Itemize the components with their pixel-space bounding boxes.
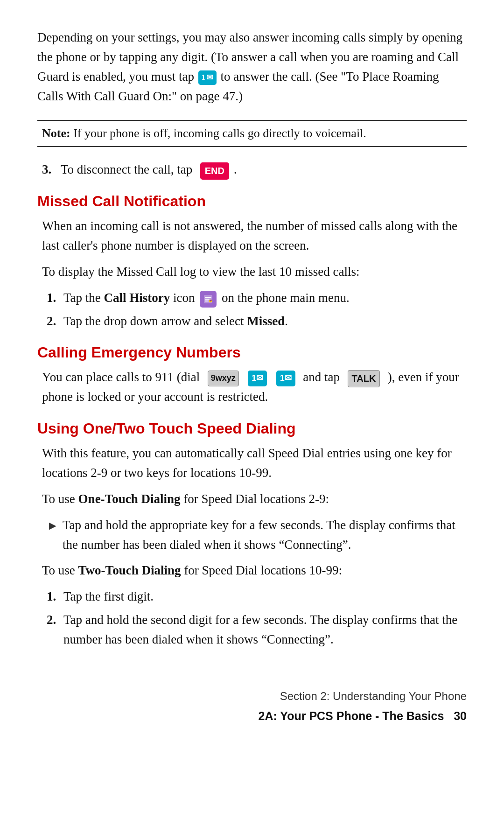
roaming-call-guard-button: 1✉ — [198, 70, 217, 85]
note-label: Note: — [42, 126, 70, 140]
step-num-2: 2. — [47, 312, 58, 331]
call-history-icon — [200, 291, 217, 308]
calling-emergency-heading: Calling Emergency Numbers — [37, 344, 467, 361]
footer-section: Section 2: Understanding Your Phone — [37, 687, 467, 706]
speed-dialing-para1: With this feature, you can automatically… — [37, 444, 467, 483]
talk-button: TALK — [348, 370, 380, 387]
one-touch-bullet-1: ► Tap and hold the appropriate key for a… — [47, 516, 467, 555]
two-touch-step-num-1: 1. — [47, 587, 58, 607]
two-touch-step-1-text: Tap the first digit. — [63, 587, 154, 607]
two-touch-step-2: 2. Tap and hold the second digit for a f… — [47, 610, 467, 650]
step-3-text: To disconnect the call, tap — [61, 162, 192, 176]
intro-paragraph: Depending on your settings, you may also… — [37, 28, 467, 106]
step-num-1: 1. — [47, 288, 58, 308]
one-touch-intro: To use One-Touch Dialing for Speed Dial … — [37, 490, 467, 509]
end-button: END — [200, 162, 229, 180]
missed-call-para2: To display the Missed Call log to view t… — [37, 262, 467, 282]
one-touch-bullet-text: Tap and hold the appropriate key for a f… — [63, 516, 467, 555]
step-3-line: 3. To disconnect the call, tap END . — [37, 160, 467, 180]
msg-button-1: 1✉ — [248, 371, 267, 386]
bullet-arrow-icon: ► — [47, 517, 56, 555]
footer-chapter-page: 2A: Your PCS Phone - The Basics 30 — [37, 706, 467, 726]
missed-call-para1: When an incoming call is not answered, t… — [37, 217, 467, 256]
msg-button-2: 1✉ — [276, 371, 295, 386]
speed-dialing-heading: Using One/Two Touch Speed Dialing — [37, 420, 467, 437]
step-3-number: 3. — [42, 162, 51, 176]
missed-call-step-2: 2. Tap the drop down arrow and select Mi… — [47, 312, 467, 331]
one-touch-bullets: ► Tap and hold the appropriate key for a… — [37, 516, 467, 555]
missed-call-step-1: 1. Tap the Call History icon on the phon… — [47, 288, 467, 308]
page-footer: Section 2: Understanding Your Phone 2A: … — [37, 687, 467, 726]
missed-call-heading: Missed Call Notification — [37, 193, 467, 210]
missed-call-steps: 1. Tap the Call History icon on the phon… — [37, 288, 467, 331]
note-text: If your phone is off, incoming calls go … — [73, 126, 366, 140]
two-touch-steps: 1. Tap the first digit. 2. Tap and hold … — [37, 587, 467, 650]
step-2-content: Tap the drop down arrow and select Misse… — [63, 312, 288, 331]
step-1-content: Tap the Call History icon on the phone m… — [63, 288, 350, 308]
nine-wxyz-button: 9wxyz — [208, 371, 239, 386]
two-touch-intro: To use Two-Touch Dialing for Speed Dial … — [37, 561, 467, 581]
note-box: Note: If your phone is off, incoming cal… — [37, 120, 467, 147]
two-touch-step-1: 1. Tap the first digit. — [47, 587, 467, 607]
calling-emergency-para: You can place calls to 911 (dial 9wxyz 1… — [37, 368, 467, 407]
two-touch-step-2-text: Tap and hold the second digit for a few … — [63, 610, 467, 650]
two-touch-step-num-2: 2. — [47, 610, 58, 650]
